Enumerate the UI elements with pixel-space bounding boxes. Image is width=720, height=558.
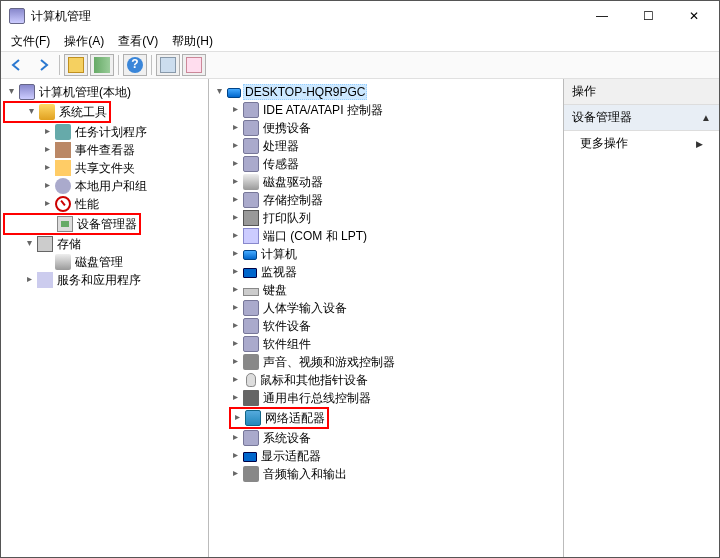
tree-disk-management[interactable]: ▸ 磁盘管理 (3, 253, 206, 271)
chevron-down-icon[interactable]: ▾ (23, 238, 35, 250)
chevron-down-icon[interactable]: ▾ (25, 106, 37, 118)
device-category[interactable]: ▸打印队列 (229, 209, 561, 227)
tree-root[interactable]: ▾ 计算机管理(本地) (3, 83, 206, 101)
close-button[interactable]: ✕ (671, 1, 717, 31)
more-actions[interactable]: 更多操作 ▶ (564, 131, 719, 156)
chevron-right-icon[interactable]: ▸ (229, 432, 241, 444)
tree-storage[interactable]: ▾ 存储 (3, 235, 206, 253)
chevron-right-icon[interactable]: ▸ (229, 356, 241, 368)
device-category-icon (243, 430, 259, 446)
chevron-right-icon[interactable]: ▸ (229, 468, 241, 480)
chevron-right-icon[interactable]: ▸ (23, 274, 35, 286)
device-category[interactable]: ▸IDE ATA/ATAPI 控制器 (229, 101, 561, 119)
device-tree[interactable]: ▾ DESKTOP-HQR9PGC ▸IDE ATA/ATAPI 控制器▸便携设… (209, 79, 564, 557)
device-category[interactable]: ▸音频输入和输出 (229, 465, 561, 483)
device-category[interactable]: ▸处理器 (229, 137, 561, 155)
tree-performance[interactable]: ▸ 性能 (3, 195, 206, 213)
navigation-tree[interactable]: ▾ 计算机管理(本地) ▾ 系统工具 ▸ 任务计划程序 ▸ 事件查看器 ▸ 共享… (1, 79, 209, 557)
chevron-right-icon[interactable]: ▸ (229, 230, 241, 242)
device-category[interactable]: ▸声音、视频和游戏控制器 (229, 353, 561, 371)
tree-shared-folders[interactable]: ▸ 共享文件夹 (3, 159, 206, 177)
device-category[interactable]: ▸网络适配器 (231, 409, 327, 427)
chevron-right-icon[interactable]: ▸ (229, 248, 241, 260)
toolbar: ? (1, 51, 719, 79)
forward-button[interactable] (31, 54, 55, 76)
menu-file[interactable]: 文件(F) (5, 31, 56, 52)
device-category[interactable]: ▸鼠标和其他指针设备 (229, 371, 561, 389)
device-category-label: 通用串行总线控制器 (261, 389, 373, 408)
device-category[interactable]: ▸系统设备 (229, 429, 561, 447)
chevron-right-icon[interactable]: ▸ (229, 320, 241, 332)
device-category[interactable]: ▸显示适配器 (229, 447, 561, 465)
device-category[interactable]: ▸人体学输入设备 (229, 299, 561, 317)
device-category[interactable]: ▸便携设备 (229, 119, 561, 137)
chevron-right-icon[interactable]: ▸ (229, 194, 241, 206)
chevron-right-icon[interactable]: ▸ (229, 212, 241, 224)
chevron-right-icon[interactable]: ▸ (41, 180, 53, 192)
device-category[interactable]: ▸键盘 (229, 281, 561, 299)
tree-device-manager[interactable]: ▸ 设备管理器 (5, 215, 139, 233)
device-category[interactable]: ▸计算机 (229, 245, 561, 263)
chevron-right-icon[interactable]: ▸ (229, 450, 241, 462)
menu-help[interactable]: 帮助(H) (166, 31, 219, 52)
device-category-label: 磁盘驱动器 (261, 173, 325, 192)
chevron-right-icon[interactable]: ▸ (41, 198, 53, 210)
chevron-right-icon[interactable]: ▸ (229, 122, 241, 134)
device-category[interactable]: ▸存储控制器 (229, 191, 561, 209)
toolbar-btn-4[interactable] (182, 54, 206, 76)
tree-label: 设备管理器 (75, 215, 139, 234)
device-category[interactable]: ▸通用串行总线控制器 (229, 389, 561, 407)
help-button[interactable]: ? (123, 54, 147, 76)
chevron-right-icon[interactable]: ▸ (229, 302, 241, 314)
device-category[interactable]: ▸端口 (COM 和 LPT) (229, 227, 561, 245)
device-category-icon (243, 250, 257, 260)
chevron-right-icon[interactable]: ▸ (229, 266, 241, 278)
chevron-down-icon[interactable]: ▾ (5, 86, 17, 98)
device-root[interactable]: ▾ DESKTOP-HQR9PGC (211, 83, 561, 101)
chevron-right-icon[interactable]: ▸ (229, 284, 241, 296)
maximize-button[interactable]: ☐ (625, 1, 671, 31)
chevron-right-icon[interactable]: ▸ (41, 126, 53, 138)
toolbar-separator (151, 55, 152, 75)
toolbar-btn-1[interactable] (64, 54, 88, 76)
chevron-right-icon[interactable]: ▸ (229, 176, 241, 188)
chevron-right-icon[interactable]: ▸ (229, 392, 241, 404)
device-category[interactable]: ▸传感器 (229, 155, 561, 173)
chevron-right-icon[interactable]: ▸ (231, 412, 243, 424)
device-category[interactable]: ▸磁盘驱动器 (229, 173, 561, 191)
title-bar: 计算机管理 — ☐ ✕ (1, 1, 719, 31)
device-category-icon (243, 354, 259, 370)
device-category-icon (246, 373, 256, 387)
chevron-right-icon[interactable]: ▸ (229, 338, 241, 350)
toolbar-btn-2[interactable] (90, 54, 114, 76)
toolbar-btn-3[interactable] (156, 54, 180, 76)
device-category-icon (243, 466, 259, 482)
chevron-right-icon[interactable]: ▸ (229, 158, 241, 170)
minimize-button[interactable]: — (579, 1, 625, 31)
tree-event-viewer[interactable]: ▸ 事件查看器 (3, 141, 206, 159)
device-category-list: ▸IDE ATA/ATAPI 控制器▸便携设备▸处理器▸传感器▸磁盘驱动器▸存储… (211, 101, 561, 483)
menu-action[interactable]: 操作(A) (58, 31, 110, 52)
computer-icon (19, 84, 35, 100)
menu-view[interactable]: 查看(V) (112, 31, 164, 52)
actions-section-label: 设备管理器 (572, 109, 632, 126)
device-category-label: 计算机 (259, 245, 299, 264)
device-category[interactable]: ▸软件设备 (229, 317, 561, 335)
device-category-label: 网络适配器 (263, 409, 327, 428)
device-category[interactable]: ▸软件组件 (229, 335, 561, 353)
back-button[interactable] (5, 54, 29, 76)
tree-local-users[interactable]: ▸ 本地用户和组 (3, 177, 206, 195)
chevron-right-icon[interactable]: ▸ (229, 104, 241, 116)
chevron-right-icon[interactable]: ▸ (41, 144, 53, 156)
chevron-down-icon[interactable]: ▾ (213, 86, 225, 98)
tree-system-tools[interactable]: ▾ 系统工具 (5, 103, 109, 121)
chevron-right-icon[interactable]: ▸ (229, 374, 241, 386)
app-icon (9, 8, 25, 24)
actions-section[interactable]: 设备管理器 ▲ (564, 105, 719, 131)
chevron-right-icon[interactable]: ▸ (41, 162, 53, 174)
tree-task-scheduler[interactable]: ▸ 任务计划程序 (3, 123, 206, 141)
tree-services-apps[interactable]: ▸ 服务和应用程序 (3, 271, 206, 289)
chevron-right-icon[interactable]: ▸ (229, 140, 241, 152)
desktop-icon (227, 88, 241, 98)
device-category[interactable]: ▸监视器 (229, 263, 561, 281)
